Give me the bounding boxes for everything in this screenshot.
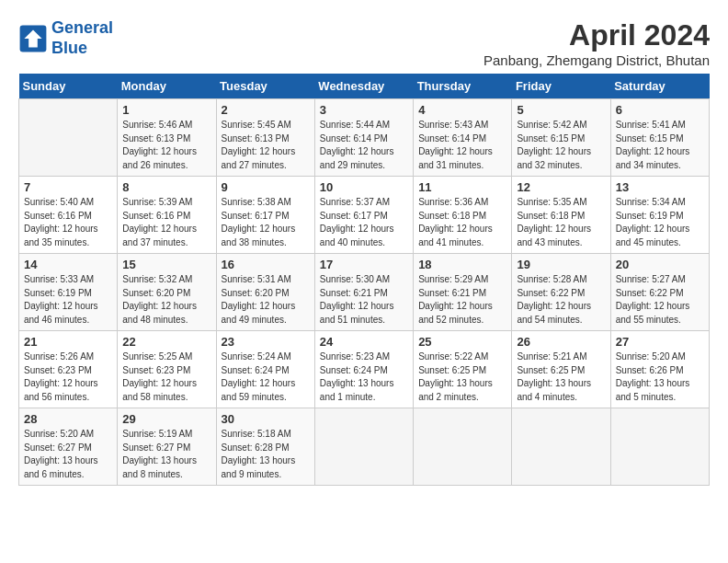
day-info: Sunrise: 5:24 AMSunset: 6:24 PMDaylight:…: [222, 350, 310, 404]
day-info: Sunrise: 5:42 AMSunset: 6:15 PMDaylight:…: [517, 119, 605, 172]
calendar-week-3: 14Sunrise: 5:33 AMSunset: 6:19 PMDayligh…: [19, 254, 710, 331]
calendar-cell: 22Sunrise: 5:25 AMSunset: 6:23 PMDayligh…: [118, 331, 216, 408]
page-header: General Blue April 2024 Panbang, Zhemgan…: [18, 18, 710, 68]
calendar-cell: 17Sunrise: 5:30 AMSunset: 6:21 PMDayligh…: [314, 254, 413, 331]
day-number: 12: [517, 180, 605, 194]
col-sunday: Sunday: [19, 74, 118, 99]
calendar-cell: [610, 408, 709, 486]
calendar-cell: 19Sunrise: 5:28 AMSunset: 6:22 PMDayligh…: [512, 254, 610, 331]
day-number: 29: [122, 412, 210, 426]
day-info: Sunrise: 5:29 AMSunset: 6:21 PMDaylight:…: [418, 273, 506, 327]
day-info: Sunrise: 5:20 AMSunset: 6:26 PMDaylight:…: [616, 350, 704, 404]
day-info: Sunrise: 5:26 AMSunset: 6:23 PMDaylight:…: [24, 350, 112, 404]
day-info: Sunrise: 5:27 AMSunset: 6:22 PMDaylight:…: [616, 273, 704, 327]
day-number: 19: [517, 258, 605, 271]
day-number: 1: [122, 103, 210, 117]
calendar-cell: 11Sunrise: 5:36 AMSunset: 6:18 PMDayligh…: [414, 177, 512, 254]
calendar-cell: 25Sunrise: 5:22 AMSunset: 6:25 PMDayligh…: [414, 331, 512, 408]
day-info: Sunrise: 5:20 AMSunset: 6:27 PMDaylight:…: [24, 428, 112, 481]
day-info: Sunrise: 5:44 AMSunset: 6:14 PMDaylight:…: [320, 119, 408, 172]
col-monday: Monday: [118, 74, 216, 99]
day-info: Sunrise: 5:22 AMSunset: 6:25 PMDaylight:…: [418, 350, 506, 404]
col-saturday: Saturday: [610, 74, 709, 99]
calendar-cell: 30Sunrise: 5:18 AMSunset: 6:28 PMDayligh…: [216, 408, 314, 486]
calendar-cell: 16Sunrise: 5:31 AMSunset: 6:20 PMDayligh…: [216, 254, 314, 331]
day-info: Sunrise: 5:19 AMSunset: 6:27 PMDaylight:…: [122, 428, 210, 481]
day-info: Sunrise: 5:21 AMSunset: 6:25 PMDaylight:…: [517, 350, 605, 404]
day-number: 26: [517, 335, 605, 349]
calendar-cell: [314, 408, 413, 486]
calendar-cell: 4Sunrise: 5:43 AMSunset: 6:14 PMDaylight…: [414, 99, 512, 177]
day-info: Sunrise: 5:39 AMSunset: 6:16 PMDaylight:…: [122, 196, 210, 249]
day-number: 11: [418, 180, 506, 194]
day-info: Sunrise: 5:36 AMSunset: 6:18 PMDaylight:…: [418, 196, 506, 249]
day-number: 10: [320, 180, 408, 194]
day-number: 2: [222, 103, 310, 117]
calendar-cell: 23Sunrise: 5:24 AMSunset: 6:24 PMDayligh…: [216, 331, 314, 408]
calendar-body: 1Sunrise: 5:46 AMSunset: 6:13 PMDaylight…: [19, 99, 710, 486]
calendar-cell: 15Sunrise: 5:32 AMSunset: 6:20 PMDayligh…: [118, 254, 216, 331]
calendar-header: Sunday Monday Tuesday Wednesday Thursday…: [19, 74, 710, 99]
calendar-week-1: 1Sunrise: 5:46 AMSunset: 6:13 PMDaylight…: [19, 99, 710, 177]
day-info: Sunrise: 5:31 AMSunset: 6:20 PMDaylight:…: [222, 273, 310, 327]
calendar-cell: 20Sunrise: 5:27 AMSunset: 6:22 PMDayligh…: [610, 254, 709, 331]
day-info: Sunrise: 5:32 AMSunset: 6:20 PMDaylight:…: [122, 273, 210, 327]
logo-icon: [18, 24, 48, 53]
calendar-cell: 1Sunrise: 5:46 AMSunset: 6:13 PMDaylight…: [118, 99, 216, 177]
day-number: 25: [418, 335, 506, 349]
calendar-week-4: 21Sunrise: 5:26 AMSunset: 6:23 PMDayligh…: [19, 331, 710, 408]
day-number: 27: [616, 335, 704, 349]
day-number: 17: [320, 258, 408, 271]
day-info: Sunrise: 5:18 AMSunset: 6:28 PMDaylight:…: [222, 428, 310, 481]
col-friday: Friday: [512, 74, 610, 99]
calendar-cell: [414, 408, 512, 486]
day-info: Sunrise: 5:35 AMSunset: 6:18 PMDaylight:…: [517, 196, 605, 249]
col-thursday: Thursday: [414, 74, 512, 99]
calendar-cell: 2Sunrise: 5:45 AMSunset: 6:13 PMDaylight…: [216, 99, 314, 177]
calendar-cell: 8Sunrise: 5:39 AMSunset: 6:16 PMDaylight…: [118, 177, 216, 254]
calendar-cell: 3Sunrise: 5:44 AMSunset: 6:14 PMDaylight…: [314, 99, 413, 177]
day-number: 20: [616, 258, 704, 271]
day-number: 18: [418, 258, 506, 271]
day-number: 21: [24, 335, 112, 349]
weekday-row: Sunday Monday Tuesday Wednesday Thursday…: [19, 74, 710, 99]
day-number: 5: [517, 103, 605, 117]
calendar-cell: 6Sunrise: 5:41 AMSunset: 6:15 PMDaylight…: [610, 99, 709, 177]
calendar-cell: 14Sunrise: 5:33 AMSunset: 6:19 PMDayligh…: [19, 254, 118, 331]
calendar-cell: [512, 408, 610, 486]
col-tuesday: Tuesday: [216, 74, 314, 99]
calendar-cell: 21Sunrise: 5:26 AMSunset: 6:23 PMDayligh…: [19, 331, 118, 408]
calendar-week-5: 28Sunrise: 5:20 AMSunset: 6:27 PMDayligh…: [19, 408, 710, 486]
logo-general: General: [51, 18, 113, 37]
day-number: 13: [616, 180, 704, 194]
calendar-cell: 24Sunrise: 5:23 AMSunset: 6:24 PMDayligh…: [314, 331, 413, 408]
calendar-cell: 29Sunrise: 5:19 AMSunset: 6:27 PMDayligh…: [118, 408, 216, 486]
day-info: Sunrise: 5:38 AMSunset: 6:17 PMDaylight:…: [222, 196, 310, 249]
day-info: Sunrise: 5:33 AMSunset: 6:19 PMDaylight:…: [24, 273, 112, 327]
day-number: 24: [320, 335, 408, 349]
day-info: Sunrise: 5:41 AMSunset: 6:15 PMDaylight:…: [616, 119, 704, 172]
calendar-cell: 27Sunrise: 5:20 AMSunset: 6:26 PMDayligh…: [610, 331, 709, 408]
calendar-table: Sunday Monday Tuesday Wednesday Thursday…: [18, 74, 710, 486]
day-info: Sunrise: 5:25 AMSunset: 6:23 PMDaylight:…: [122, 350, 210, 404]
day-number: 16: [222, 258, 310, 271]
day-number: 30: [222, 412, 310, 426]
day-info: Sunrise: 5:23 AMSunset: 6:24 PMDaylight:…: [320, 350, 408, 404]
calendar-cell: [19, 99, 118, 177]
calendar-cell: 18Sunrise: 5:29 AMSunset: 6:21 PMDayligh…: [414, 254, 512, 331]
day-number: 22: [122, 335, 210, 349]
month-title: April 2024: [483, 18, 710, 52]
day-number: 6: [616, 103, 704, 117]
col-wednesday: Wednesday: [314, 74, 413, 99]
calendar-cell: 13Sunrise: 5:34 AMSunset: 6:19 PMDayligh…: [610, 177, 709, 254]
day-number: 8: [122, 180, 210, 194]
calendar-cell: 5Sunrise: 5:42 AMSunset: 6:15 PMDaylight…: [512, 99, 610, 177]
day-number: 4: [418, 103, 506, 117]
day-number: 7: [24, 180, 112, 194]
day-info: Sunrise: 5:45 AMSunset: 6:13 PMDaylight:…: [222, 119, 310, 172]
day-number: 3: [320, 103, 408, 117]
day-info: Sunrise: 5:34 AMSunset: 6:19 PMDaylight:…: [616, 196, 704, 249]
day-info: Sunrise: 5:40 AMSunset: 6:16 PMDaylight:…: [24, 196, 112, 249]
day-number: 23: [222, 335, 310, 349]
calendar-cell: 12Sunrise: 5:35 AMSunset: 6:18 PMDayligh…: [512, 177, 610, 254]
